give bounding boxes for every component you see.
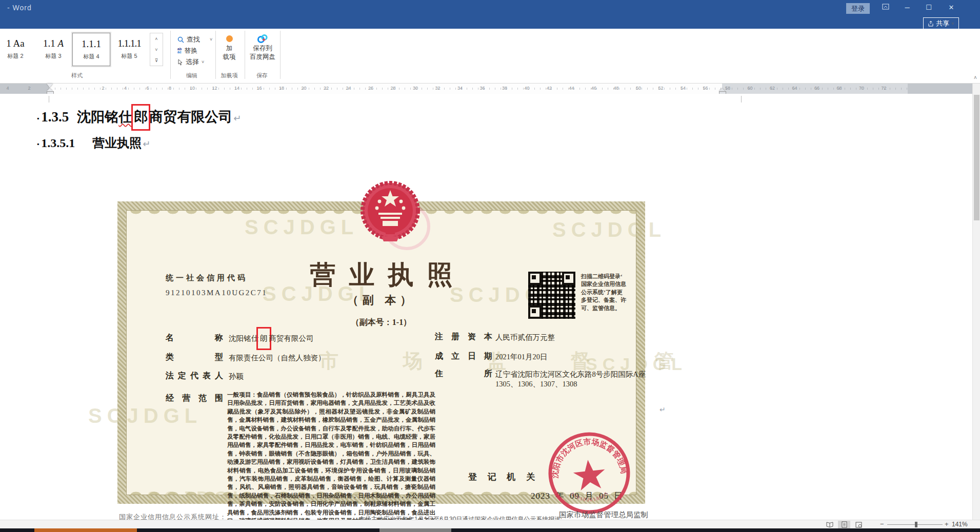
style-heading4-selected[interactable]: 1.1.1 标题 4 <box>72 33 110 66</box>
qr-code <box>528 272 575 319</box>
annotation-box-heading: 郎 <box>131 104 150 131</box>
address-value: 辽宁省沈阳市沈河区文化东路8号步阳国际A座 1305、1306、1307、130… <box>495 370 649 389</box>
watermark: SCJDGL <box>552 218 666 241</box>
replace-button[interactable]: abac 替换 <box>177 46 197 55</box>
heading-bullet: ▪ <box>37 140 39 148</box>
first-line-indent-marker[interactable] <box>47 84 53 88</box>
read-mode-button[interactable] <box>824 521 836 528</box>
heading-1-3-5-1[interactable]: ▪1.3.5.1营业执照↵ <box>37 135 150 151</box>
chevron-down-icon: ˅ <box>202 59 204 65</box>
capital-label: 注册资本 <box>435 332 492 342</box>
status-bar: − + 141% <box>0 520 980 529</box>
search-icon <box>177 36 184 43</box>
gallery-up-icon[interactable]: ˄ <box>155 36 157 42</box>
share-icon <box>928 21 934 27</box>
paragraph-mark: ↵ <box>233 113 241 124</box>
gallery-more-icon[interactable]: ⊽ <box>155 58 158 63</box>
baidu-netdisk-icon <box>257 33 268 44</box>
zoom-percentage[interactable]: 141% <box>952 521 968 528</box>
address-label: 住所 <box>435 369 492 379</box>
red-stamp: 沈阳市沈河区市场监督管理局 210103018925 <box>542 426 637 520</box>
qr-caption: 扫描二维码登录‘ 国家企业信用信息 公示系统’了解更 多登记、备案、许 可、监管… <box>581 273 634 312</box>
document-page[interactable]: ▪1.3.5沈阳铭仕郎商贸有限公司↵ ▪1.3.5.1营业执照↵ SCJDGL … <box>0 94 972 520</box>
spellcheck-squiggle: 仕 <box>118 109 132 125</box>
replace-icon: abac <box>177 48 182 54</box>
name-value: 沈阳铭仕朗商贸有限公司 <box>229 334 314 343</box>
gallery-down-icon[interactable]: ˅ <box>155 47 157 52</box>
addin-dot-icon <box>226 35 233 42</box>
founded-label: 成立日期 <box>435 351 492 362</box>
addins-button[interactable]: 加 载项 <box>215 33 244 62</box>
founded-value: 2021年01月20日 <box>495 352 548 362</box>
zoom-out-button[interactable]: − <box>880 520 884 528</box>
close-button[interactable]: ✕ <box>943 1 960 14</box>
chevron-down-icon: ˅ <box>210 37 212 42</box>
minimize-button[interactable]: ─ <box>898 1 916 14</box>
web-layout-button[interactable] <box>852 521 865 528</box>
scrollbar-thumb[interactable] <box>974 95 979 220</box>
scope-label: 经营范围 <box>166 393 223 404</box>
editing-group-label: 编辑 <box>171 72 212 79</box>
watermark: SCJDGL <box>245 216 358 239</box>
legal-rep-label: 法定代表人 <box>166 371 223 381</box>
cursor-icon <box>177 59 183 66</box>
capital-value: 人民币贰佰万元整 <box>495 333 555 342</box>
taskbar-strip <box>0 528 980 532</box>
taskbar-segment-gray <box>379 528 451 532</box>
scope-text: 一般项目：食品销售（仅销售预包装食品），针纺织品及原料销售，厨具卫具及日用杂品批… <box>227 391 435 520</box>
share-button[interactable]: 共享 ˅ <box>923 17 959 30</box>
login-button[interactable]: 登录 <box>846 3 870 14</box>
license-footer-center-clipped: 市场主体应当于每年1月1日至6月30日通过国家企业信用信息公示系统报送年度报告 <box>359 515 562 520</box>
collapse-ribbon-icon[interactable]: ˄ <box>971 74 979 82</box>
window-title: - Word <box>7 4 32 12</box>
license-copy-number: （副本号：1-1） <box>127 317 636 328</box>
svg-text:210103018925: 210103018925 <box>570 487 610 504</box>
chevron-down-icon: ˅ <box>951 21 954 26</box>
horizontal-ruler[interactable]: 4224681012141618202224262830323436384042… <box>0 84 972 94</box>
zoom-slider-thumb[interactable] <box>915 522 917 527</box>
watermark: SCJDGL <box>88 404 202 427</box>
styles-group-label: 样式 <box>46 72 108 79</box>
national-emblem <box>360 179 421 244</box>
styles-gallery-scroll[interactable]: ˄ ˅ ⊽ <box>150 33 163 66</box>
text-boundary-mark <box>741 96 742 103</box>
divider <box>280 31 281 79</box>
text-boundary-mark <box>49 96 49 103</box>
select-button[interactable]: 选择 ˅ <box>177 57 204 67</box>
license-footer-right: 国家市场监督管理总局监制 <box>559 510 648 520</box>
save-group-label: 保存 <box>247 72 277 79</box>
divider <box>170 31 171 79</box>
zoom-in-button[interactable]: + <box>945 520 949 528</box>
license-footer-left: 国家企业信用信息公示系统网址： <box>119 513 227 520</box>
heading-1-3-5[interactable]: ▪1.3.5沈阳铭仕郎商贸有限公司↵ <box>37 108 241 126</box>
legal-rep-value: 孙颖 <box>229 372 244 381</box>
vertical-scrollbar[interactable] <box>972 84 980 520</box>
style-heading3[interactable]: 1.1 A 标题 3 <box>36 33 71 65</box>
find-button[interactable]: 查找 ˅ <box>177 35 212 44</box>
print-layout-button[interactable] <box>838 521 850 528</box>
read-mode-icon <box>826 522 834 527</box>
divider <box>245 31 245 79</box>
type-label: 类型 <box>166 352 223 363</box>
paragraph-mark: ↵ <box>659 405 666 414</box>
share-label: 共享 <box>936 19 949 28</box>
web-layout-icon <box>855 522 862 528</box>
type-value: 有限责任公司（自然人独资） <box>229 353 326 363</box>
registry-label: 登记机关 <box>468 471 535 483</box>
ribbon: 1 Aa 标题 2 1.1 A 标题 3 1.1.1 标题 4 1.1.1.1 … <box>0 29 980 84</box>
maximize-button[interactable]: ☐ <box>920 1 937 14</box>
taskbar-segment-orange <box>34 528 137 532</box>
print-layout-icon <box>842 521 847 528</box>
save-to-baidu-button[interactable]: 保存到 百度网盘 <box>247 33 278 62</box>
word-window: - Word 登录 ─ ☐ ✕ 共享 ˅ 1 Aa 标题 2 1.1 A 标题 … <box>0 0 980 532</box>
title-bar: - Word 登录 ─ ☐ ✕ 共享 ˅ <box>0 0 980 29</box>
heading-bullet: ▪ <box>37 115 39 122</box>
style-heading2[interactable]: 1 Aa 标题 2 <box>0 33 34 65</box>
ribbon-display-options-icon[interactable] <box>877 1 894 14</box>
style-heading5[interactable]: 1.1.1.1 标题 5 <box>111 33 147 65</box>
addins-group-label: 加载项 <box>214 72 245 79</box>
paragraph-mark: ↵ <box>143 139 150 149</box>
name-label: 名称 <box>166 333 223 343</box>
business-license-image[interactable]: SCJDGL SCJDGL SCJDGL SCJDGL SCJDGL SCJDG… <box>117 201 645 504</box>
